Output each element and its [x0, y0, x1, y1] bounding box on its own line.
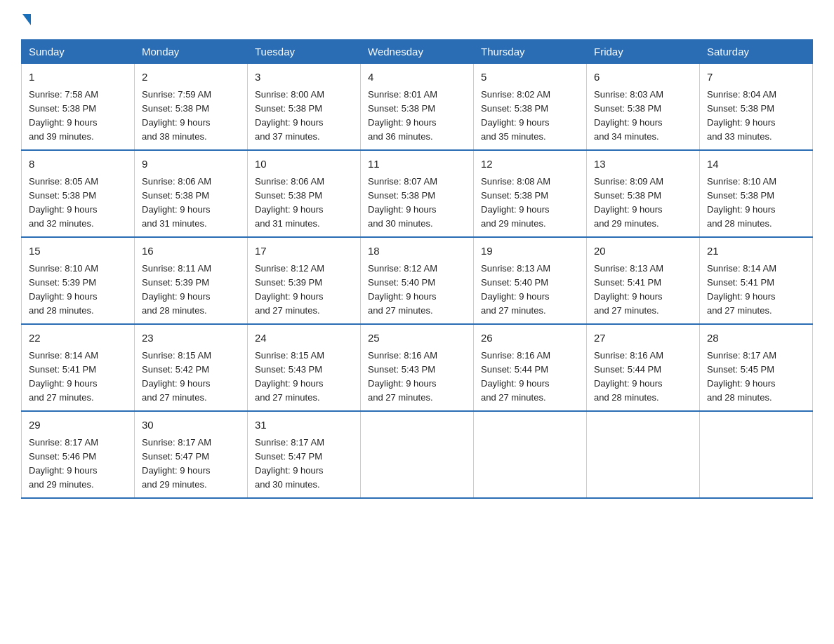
day-info: Sunrise: 8:11 AMSunset: 5:39 PMDaylight:…	[142, 262, 240, 318]
day-info: Sunrise: 8:15 AMSunset: 5:43 PMDaylight:…	[255, 349, 353, 405]
day-number: 17	[255, 243, 353, 260]
day-number: 5	[481, 69, 579, 86]
day-info: Sunrise: 8:00 AMSunset: 5:38 PMDaylight:…	[255, 88, 353, 145]
day-info: Sunrise: 8:16 AMSunset: 5:43 PMDaylight:…	[368, 349, 466, 405]
calendar-cell: 12Sunrise: 8:08 AMSunset: 5:38 PMDayligh…	[474, 150, 587, 237]
calendar-cell: 31Sunrise: 8:17 AMSunset: 5:47 PMDayligh…	[248, 411, 361, 498]
day-info: Sunrise: 8:06 AMSunset: 5:38 PMDaylight:…	[255, 175, 353, 232]
day-number: 18	[368, 243, 466, 260]
day-info: Sunrise: 8:06 AMSunset: 5:38 PMDaylight:…	[142, 175, 240, 232]
day-number: 12	[481, 156, 579, 173]
day-info: Sunrise: 8:09 AMSunset: 5:38 PMDaylight:…	[594, 175, 692, 232]
calendar-cell: 9Sunrise: 8:06 AMSunset: 5:38 PMDaylight…	[135, 150, 248, 237]
calendar-cell: 29Sunrise: 8:17 AMSunset: 5:46 PMDayligh…	[22, 411, 135, 498]
calendar-cell: 2Sunrise: 7:59 AMSunset: 5:38 PMDaylight…	[135, 64, 248, 151]
calendar-cell: 27Sunrise: 8:16 AMSunset: 5:44 PMDayligh…	[587, 324, 700, 411]
day-number: 31	[255, 417, 353, 434]
day-info: Sunrise: 8:07 AMSunset: 5:38 PMDaylight:…	[368, 175, 466, 232]
calendar-cell: 3Sunrise: 8:00 AMSunset: 5:38 PMDaylight…	[248, 64, 361, 151]
day-info: Sunrise: 8:17 AMSunset: 5:46 PMDaylight:…	[29, 436, 127, 492]
calendar-cell: 15Sunrise: 8:10 AMSunset: 5:39 PMDayligh…	[22, 237, 135, 324]
logo	[21, 14, 31, 25]
day-number: 29	[29, 417, 127, 434]
calendar-cell: 7Sunrise: 8:04 AMSunset: 5:38 PMDaylight…	[700, 64, 813, 151]
day-number: 14	[707, 156, 805, 173]
day-info: Sunrise: 8:15 AMSunset: 5:42 PMDaylight:…	[142, 349, 240, 405]
day-number: 15	[29, 243, 127, 260]
calendar-week-row: 8Sunrise: 8:05 AMSunset: 5:38 PMDaylight…	[22, 150, 813, 237]
day-info: Sunrise: 8:17 AMSunset: 5:47 PMDaylight:…	[255, 436, 353, 492]
day-number: 13	[594, 156, 692, 173]
calendar-cell: 23Sunrise: 8:15 AMSunset: 5:42 PMDayligh…	[135, 324, 248, 411]
calendar-cell: 20Sunrise: 8:13 AMSunset: 5:41 PMDayligh…	[587, 237, 700, 324]
day-info: Sunrise: 7:59 AMSunset: 5:38 PMDaylight:…	[142, 88, 240, 145]
day-info: Sunrise: 8:16 AMSunset: 5:44 PMDaylight:…	[594, 349, 692, 405]
day-number: 11	[368, 156, 466, 173]
day-number: 26	[481, 330, 579, 347]
day-info: Sunrise: 8:12 AMSunset: 5:39 PMDaylight:…	[255, 262, 353, 318]
calendar-cell	[700, 411, 813, 498]
calendar-cell: 5Sunrise: 8:02 AMSunset: 5:38 PMDaylight…	[474, 64, 587, 151]
day-info: Sunrise: 8:13 AMSunset: 5:41 PMDaylight:…	[594, 262, 692, 318]
day-number: 25	[368, 330, 466, 347]
day-info: Sunrise: 8:08 AMSunset: 5:38 PMDaylight:…	[481, 175, 579, 232]
calendar-cell: 4Sunrise: 8:01 AMSunset: 5:38 PMDaylight…	[361, 64, 474, 151]
day-info: Sunrise: 8:14 AMSunset: 5:41 PMDaylight:…	[29, 349, 127, 405]
day-number: 10	[255, 156, 353, 173]
calendar-cell: 6Sunrise: 8:03 AMSunset: 5:38 PMDaylight…	[587, 64, 700, 151]
calendar-cell	[587, 411, 700, 498]
calendar-cell: 17Sunrise: 8:12 AMSunset: 5:39 PMDayligh…	[248, 237, 361, 324]
day-number: 6	[594, 69, 692, 86]
calendar-table: SundayMondayTuesdayWednesdayThursdayFrid…	[21, 39, 813, 499]
day-number: 9	[142, 156, 240, 173]
calendar-cell: 24Sunrise: 8:15 AMSunset: 5:43 PMDayligh…	[248, 324, 361, 411]
calendar-cell: 8Sunrise: 8:05 AMSunset: 5:38 PMDaylight…	[22, 150, 135, 237]
col-header-wednesday: Wednesday	[361, 40, 474, 64]
day-info: Sunrise: 8:02 AMSunset: 5:38 PMDaylight:…	[481, 88, 579, 145]
col-header-saturday: Saturday	[700, 40, 813, 64]
day-info: Sunrise: 8:10 AMSunset: 5:39 PMDaylight:…	[29, 262, 127, 318]
day-number: 24	[255, 330, 353, 347]
day-number: 4	[368, 69, 466, 86]
calendar-cell: 22Sunrise: 8:14 AMSunset: 5:41 PMDayligh…	[22, 324, 135, 411]
day-number: 30	[142, 417, 240, 434]
day-info: Sunrise: 8:14 AMSunset: 5:41 PMDaylight:…	[707, 262, 805, 318]
col-header-sunday: Sunday	[22, 40, 135, 64]
day-info: Sunrise: 8:17 AMSunset: 5:47 PMDaylight:…	[142, 436, 240, 492]
day-info: Sunrise: 8:03 AMSunset: 5:38 PMDaylight:…	[594, 88, 692, 145]
day-number: 16	[142, 243, 240, 260]
day-info: Sunrise: 8:17 AMSunset: 5:45 PMDaylight:…	[707, 349, 805, 405]
col-header-monday: Monday	[135, 40, 248, 64]
day-number: 7	[707, 69, 805, 86]
col-header-friday: Friday	[587, 40, 700, 64]
day-info: Sunrise: 8:10 AMSunset: 5:38 PMDaylight:…	[707, 175, 805, 232]
calendar-cell: 28Sunrise: 8:17 AMSunset: 5:45 PMDayligh…	[700, 324, 813, 411]
day-number: 22	[29, 330, 127, 347]
day-number: 3	[255, 69, 353, 86]
col-header-tuesday: Tuesday	[248, 40, 361, 64]
day-number: 23	[142, 330, 240, 347]
calendar-week-row: 29Sunrise: 8:17 AMSunset: 5:46 PMDayligh…	[22, 411, 813, 498]
calendar-cell: 30Sunrise: 8:17 AMSunset: 5:47 PMDayligh…	[135, 411, 248, 498]
page-header	[21, 14, 813, 25]
day-number: 21	[707, 243, 805, 260]
day-info: Sunrise: 8:16 AMSunset: 5:44 PMDaylight:…	[481, 349, 579, 405]
calendar-cell: 11Sunrise: 8:07 AMSunset: 5:38 PMDayligh…	[361, 150, 474, 237]
day-info: Sunrise: 8:01 AMSunset: 5:38 PMDaylight:…	[368, 88, 466, 145]
calendar-cell: 13Sunrise: 8:09 AMSunset: 5:38 PMDayligh…	[587, 150, 700, 237]
day-info: Sunrise: 8:04 AMSunset: 5:38 PMDaylight:…	[707, 88, 805, 145]
calendar-cell: 1Sunrise: 7:58 AMSunset: 5:38 PMDaylight…	[22, 64, 135, 151]
day-info: Sunrise: 8:05 AMSunset: 5:38 PMDaylight:…	[29, 175, 127, 232]
day-number: 8	[29, 156, 127, 173]
day-number: 19	[481, 243, 579, 260]
day-number: 1	[29, 69, 127, 86]
col-header-thursday: Thursday	[474, 40, 587, 64]
calendar-week-row: 15Sunrise: 8:10 AMSunset: 5:39 PMDayligh…	[22, 237, 813, 324]
day-info: Sunrise: 8:13 AMSunset: 5:40 PMDaylight:…	[481, 262, 579, 318]
calendar-cell	[474, 411, 587, 498]
calendar-header-row: SundayMondayTuesdayWednesdayThursdayFrid…	[22, 40, 813, 64]
day-info: Sunrise: 8:12 AMSunset: 5:40 PMDaylight:…	[368, 262, 466, 318]
day-number: 28	[707, 330, 805, 347]
calendar-cell	[361, 411, 474, 498]
calendar-cell: 19Sunrise: 8:13 AMSunset: 5:40 PMDayligh…	[474, 237, 587, 324]
